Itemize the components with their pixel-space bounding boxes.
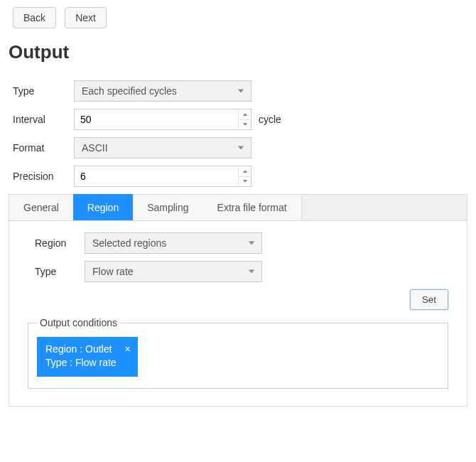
row-precision: Precision <box>13 166 467 187</box>
tab-content-region: Region Selected regions Type Flow rate S… <box>9 221 467 406</box>
label-format: Format <box>13 142 74 154</box>
chevron-down-icon <box>238 146 244 150</box>
interval-step-down[interactable] <box>239 120 251 130</box>
nav-buttons: Back Next <box>13 7 467 28</box>
tab-bar: General Region Sampling Extra file forma… <box>9 195 467 221</box>
row-interval: Interval cycle <box>13 109 467 130</box>
close-icon[interactable]: × <box>124 343 130 356</box>
select-region[interactable]: Selected regions <box>85 232 262 254</box>
select-type-value: Each specified cycles <box>82 85 177 97</box>
interval-unit: cycle <box>259 114 281 125</box>
output-conditions-legend: Output conditions <box>37 317 120 328</box>
page-title: Output <box>9 41 467 63</box>
chevron-down-icon <box>243 180 247 183</box>
back-button[interactable]: Back <box>13 7 56 28</box>
row-type: Type Each specified cycles <box>13 80 467 102</box>
interval-step-up[interactable] <box>239 109 251 120</box>
chevron-down-icon <box>249 270 254 274</box>
precision-step-up[interactable] <box>239 166 251 177</box>
tab-filler <box>302 195 467 220</box>
chevron-up-icon <box>243 170 247 173</box>
set-button[interactable]: Set <box>410 289 448 310</box>
select-region-type-value: Flow rate <box>92 266 134 277</box>
precision-stepper[interactable] <box>74 166 251 187</box>
output-conditions-fieldset: Output conditions Region : Outlet Type :… <box>28 317 448 389</box>
select-format-value: ASCII <box>82 142 108 154</box>
row-format: Format ASCII <box>13 137 467 159</box>
next-button[interactable]: Next <box>65 7 107 28</box>
tab-sampling[interactable]: Sampling <box>133 194 203 220</box>
row-region-type: Type Flow rate <box>35 261 454 282</box>
label-type: Type <box>13 85 74 97</box>
select-region-type[interactable]: Flow rate <box>85 261 262 282</box>
chevron-down-icon <box>243 123 247 126</box>
tab-region[interactable]: Region <box>73 194 134 220</box>
select-format[interactable]: ASCII <box>74 137 251 159</box>
label-region-type: Type <box>35 266 85 277</box>
label-region: Region <box>35 237 85 249</box>
tab-general[interactable]: General <box>9 194 74 220</box>
output-condition-chip[interactable]: Region : Outlet Type : Flow rate × <box>37 337 138 377</box>
interval-stepper[interactable] <box>74 109 251 130</box>
select-region-value: Selected regions <box>92 237 166 249</box>
tab-extra-file-format[interactable]: Extra file format <box>203 194 302 220</box>
precision-step-down[interactable] <box>239 177 251 187</box>
chip-line-region: Region : Outlet <box>45 343 129 356</box>
chevron-down-icon <box>238 90 244 93</box>
label-interval: Interval <box>13 114 74 125</box>
interval-input[interactable] <box>75 109 238 129</box>
select-type[interactable]: Each specified cycles <box>74 80 251 102</box>
label-precision: Precision <box>13 171 74 182</box>
chevron-up-icon <box>243 113 247 116</box>
precision-input[interactable] <box>75 166 238 186</box>
row-region-region: Region Selected regions <box>35 232 454 254</box>
chip-line-type: Type : Flow rate <box>45 356 129 370</box>
tab-panel: General Region Sampling Extra file forma… <box>9 194 467 407</box>
chevron-down-icon <box>249 242 254 245</box>
